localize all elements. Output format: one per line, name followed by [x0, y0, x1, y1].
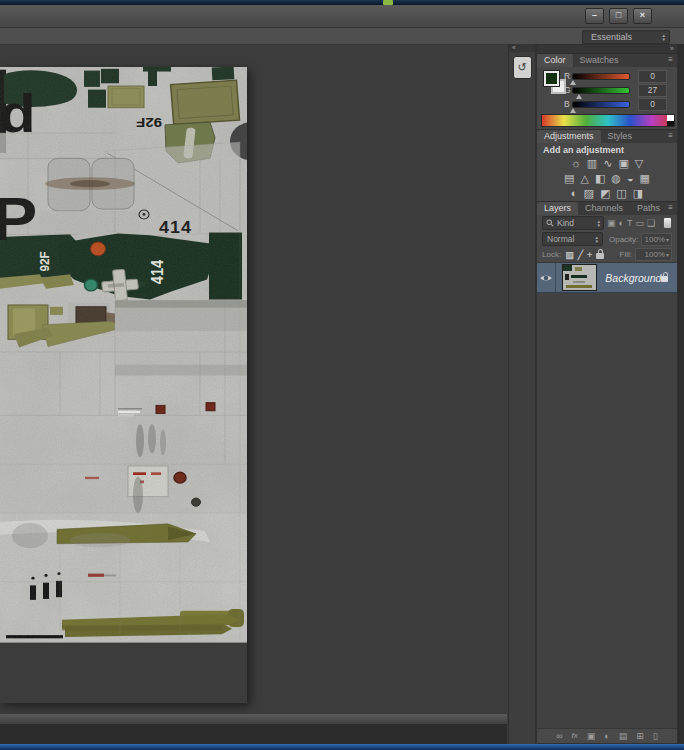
opacity-value: 100% [644, 235, 665, 244]
ramp-bw-end[interactable] [667, 115, 674, 126]
tab-layers[interactable]: Layers [537, 202, 578, 215]
blend-mode-dropdown[interactable]: Normal ▴▾ [542, 232, 603, 246]
lock-all-icon[interactable] [596, 253, 604, 259]
layer-mask-icon[interactable]: ▣ [587, 729, 596, 743]
add-adjustment-heading: Add an adjustment [543, 145, 624, 155]
curves-icon[interactable]: ∿ [603, 157, 612, 170]
tab-channels[interactable]: Channels [578, 202, 630, 215]
layer-list: Background [537, 262, 677, 728]
posterize-icon[interactable]: ▨ [584, 187, 594, 200]
tab-swatches[interactable]: Swatches [573, 54, 626, 67]
layer-name[interactable]: Background [605, 272, 661, 284]
filter-kind-dropdown[interactable]: Kind ▴▾ [542, 216, 604, 230]
panel-dock: » Color Swatches ≡ R 0 G 27 [536, 44, 678, 744]
hue-saturation-icon[interactable]: ▤ [564, 172, 574, 185]
window-bottom-strip [0, 714, 507, 725]
close-button[interactable]: × [633, 8, 652, 24]
windows-taskbar[interactable] [0, 744, 684, 750]
foreground-color-swatch[interactable] [544, 71, 559, 86]
green-slider[interactable] [572, 87, 630, 94]
blue-slider[interactable] [572, 101, 630, 108]
lock-position-icon[interactable]: + [587, 250, 592, 260]
new-adjustment-layer-icon[interactable]: ◐ [604, 729, 609, 743]
brightness-contrast-icon[interactable]: ☼ [571, 157, 581, 170]
panel-menu-icon[interactable]: ≡ [668, 202, 677, 215]
delete-layer-icon[interactable]: ▯ [653, 729, 658, 743]
blue-channel-row: B 0 [564, 98, 667, 110]
red-slider[interactable] [572, 73, 630, 80]
layer-row-background[interactable]: Background [537, 263, 677, 293]
tab-adjustments[interactable]: Adjustments [537, 130, 601, 143]
blue-value-field[interactable]: 0 [638, 98, 667, 111]
updown-caret-icon: ▴▾ [597, 219, 600, 227]
document-canvas[interactable]: d P 92F 414 92F 414 [0, 67, 247, 703]
filter-smart-objects-icon[interactable]: ❑ [647, 218, 655, 228]
tab-color[interactable]: Color [537, 54, 573, 67]
blend-mode-row: Normal ▴▾ Opacity: 100% ▾ [537, 231, 677, 247]
levels-icon[interactable]: ▥ [587, 157, 597, 170]
search-icon [546, 219, 554, 227]
color-spectrum-ramp[interactable] [541, 114, 675, 127]
panel-menu-icon[interactable]: ≡ [668, 54, 677, 67]
channel-mixer-icon[interactable]: ◒ [627, 172, 634, 185]
caret-down-icon: ▾ [666, 236, 669, 243]
photo-filter-icon[interactable]: ◍ [611, 172, 621, 185]
color-panel-tabs: Color Swatches ≡ [537, 53, 677, 67]
collapsed-history-panel-icon[interactable]: ↺ [513, 56, 532, 79]
texture-sheet: d P 92F 414 92F 414 [0, 67, 247, 703]
minimize-button[interactable]: – [585, 8, 604, 24]
threshold-icon[interactable]: ◩ [600, 187, 610, 200]
panel-menu-icon[interactable]: ≡ [668, 130, 677, 143]
caret-down-icon: ▾ [666, 251, 669, 258]
opacity-field[interactable]: 100% ▾ [641, 233, 672, 246]
filter-pixel-layers-icon[interactable]: ▣ [607, 218, 616, 228]
filter-adjustment-layers-icon[interactable]: ◐ [619, 218, 624, 228]
filter-shape-layers-icon[interactable]: ▭ [635, 218, 644, 228]
lock-row: Lock: ▨ ╱ + Fill: 100% ▾ [537, 247, 677, 262]
window-right-edge [678, 44, 684, 744]
fill-label: Fill: [620, 250, 632, 259]
layers-bottom-bar: ∞ fx ▣ ◐ ▤ ⊞ ▯ [537, 728, 677, 743]
selective-color-icon[interactable]: ◫ [616, 187, 626, 200]
red-value-field[interactable]: 0 [638, 70, 667, 83]
vibrance-icon[interactable]: ▽ [635, 157, 643, 170]
blue-slider-thumb[interactable] [570, 108, 576, 113]
title-bar[interactable]: – □ × [0, 5, 684, 28]
fill-value: 100% [638, 250, 665, 259]
updown-caret-icon: ▴▾ [662, 33, 665, 41]
lock-label: Lock: [542, 250, 561, 259]
lock-pixels-icon[interactable]: ╱ [578, 250, 583, 260]
tab-styles[interactable]: Styles [601, 130, 640, 143]
layer-filter-row: Kind ▴▾ ▣ ◐ T ▭ ❑ [537, 215, 677, 231]
color-balance-icon[interactable]: △ [580, 172, 588, 185]
exposure-icon[interactable]: ▣ [618, 157, 628, 170]
new-group-icon[interactable]: ▤ [619, 729, 628, 743]
color-panel: R 0 G 27 B 0 [537, 67, 677, 129]
invert-icon[interactable]: ◐ [571, 187, 578, 200]
updown-caret-icon: ▴▾ [595, 235, 598, 243]
layer-effects-icon[interactable]: fx [572, 729, 578, 743]
fill-field[interactable]: 100% ▾ [635, 248, 672, 261]
collapse-dock-icon[interactable]: » [537, 45, 677, 53]
filter-type-layers-icon[interactable]: T [627, 218, 633, 228]
lock-transparency-icon[interactable]: ▨ [565, 250, 574, 260]
layer-thumbnail[interactable] [562, 264, 597, 291]
green-channel-row: G 27 [564, 84, 667, 96]
layer-filtering-toggle[interactable] [663, 217, 672, 229]
layer-visibility-cell[interactable] [537, 263, 556, 292]
tab-paths[interactable]: Paths [630, 202, 667, 215]
workspace-label: Essentials [587, 32, 662, 42]
link-layers-icon[interactable]: ∞ [556, 729, 562, 743]
adjustments-panel: Add an adjustment ☼ ▥ ∿ ▣ ▽ ▤ △ ◧ ◍ ◒ ▦ … [537, 143, 677, 201]
expand-dock-icon[interactable]: « [509, 44, 535, 52]
color-lookup-icon[interactable]: ▦ [640, 172, 650, 185]
black-white-icon[interactable]: ◧ [595, 172, 605, 185]
new-layer-icon[interactable]: ⊞ [636, 729, 644, 743]
layer-locked-icon [661, 276, 668, 282]
adjustments-panel-tabs: Adjustments Styles ≡ [537, 129, 677, 143]
window-controls: – □ × [585, 8, 652, 24]
maximize-button[interactable]: □ [609, 8, 628, 24]
green-value-field[interactable]: 27 [638, 84, 667, 97]
workspace-switcher[interactable]: Essentials ▴▾ [582, 30, 670, 44]
gradient-map-icon[interactable]: ◨ [633, 187, 643, 200]
